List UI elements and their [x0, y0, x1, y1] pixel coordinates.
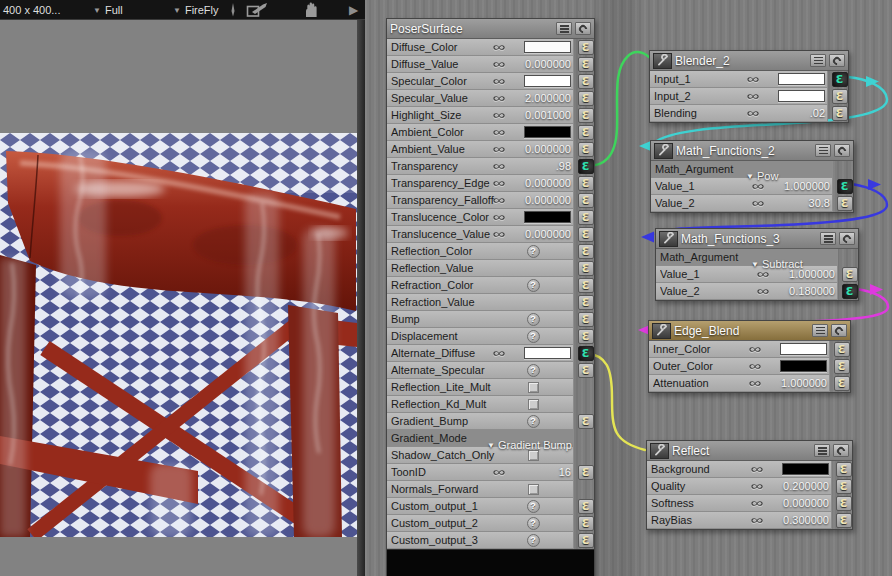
plug-icon[interactable]: Ɛ	[578, 346, 594, 361]
plug-icon[interactable]: Ɛ	[578, 278, 594, 293]
plug-icon[interactable]: Ɛ	[578, 108, 594, 123]
plug-icon[interactable]: Ɛ	[834, 359, 850, 374]
chain-link-icon[interactable]: ∞	[749, 344, 762, 354]
question-icon[interactable]: ?	[527, 245, 540, 258]
plug-icon[interactable]: Ɛ	[832, 72, 848, 87]
node-header[interactable]: PoserSurface	[387, 19, 594, 39]
node-menu-button[interactable]	[820, 232, 836, 245]
chain-link-icon[interactable]: ∞	[493, 161, 506, 171]
plug-icon[interactable]: Ɛ	[836, 513, 852, 528]
plug-icon[interactable]: Ɛ	[578, 261, 594, 276]
node-header[interactable]: Math_Functions_2	[651, 141, 853, 161]
color-swatch[interactable]	[778, 73, 825, 85]
view-dropdown[interactable]: ▼ Full	[93, 0, 123, 20]
plug-icon[interactable]: Ɛ	[578, 227, 594, 242]
node-preview-toggle-button[interactable]	[839, 232, 855, 245]
node-preview-toggle-button[interactable]	[575, 22, 591, 35]
param-dropdown[interactable]: ▼Pow	[746, 170, 778, 182]
param-value[interactable]: 0.000000	[783, 497, 829, 509]
chain-link-icon[interactable]: ∞	[747, 108, 760, 118]
param-value[interactable]: 0.000000	[525, 194, 571, 206]
chain-link-icon[interactable]: ∞	[493, 178, 506, 188]
chain-link-icon[interactable]: ∞	[752, 198, 765, 208]
color-swatch[interactable]	[524, 75, 571, 87]
node-math-functions-2[interactable]: Math_Functions_2Math_Argument▼PowValue_1…	[650, 140, 854, 213]
chain-link-icon[interactable]: ∞	[757, 269, 770, 279]
node-preview-area[interactable]	[387, 549, 594, 576]
chain-link-icon[interactable]: ∞	[757, 286, 770, 296]
checkbox[interactable]	[528, 399, 539, 410]
checkbox[interactable]	[528, 484, 539, 495]
chain-link-icon[interactable]: ∞	[747, 91, 760, 101]
resolution-label[interactable]: 400 x 400...	[3, 0, 61, 20]
param-value[interactable]: .02	[810, 107, 825, 119]
checkbox[interactable]	[528, 450, 539, 461]
question-icon[interactable]: ?	[527, 313, 540, 326]
node-header[interactable]: Edge_Blend	[649, 321, 850, 341]
plug-icon[interactable]: Ɛ	[837, 179, 853, 194]
plug-icon[interactable]: Ɛ	[832, 106, 848, 121]
plug-icon[interactable]: Ɛ	[578, 176, 594, 191]
color-swatch[interactable]	[778, 90, 825, 102]
chain-link-icon[interactable]: ∞	[493, 195, 506, 205]
plug-icon[interactable]: Ɛ	[578, 516, 594, 531]
plug-icon[interactable]: Ɛ	[578, 533, 594, 548]
plug-icon[interactable]: Ɛ	[578, 414, 594, 429]
node-posersurface[interactable]: PoserSurface Diffuse_Color∞ƐDiffuse_Valu…	[386, 18, 595, 576]
plug-icon[interactable]: Ɛ	[578, 312, 594, 327]
checkbox[interactable]	[528, 382, 539, 393]
color-swatch[interactable]	[782, 463, 829, 475]
chain-link-icon[interactable]: ∞	[751, 481, 764, 491]
plug-icon[interactable]: Ɛ	[578, 125, 594, 140]
plug-icon[interactable]: Ɛ	[578, 363, 594, 378]
plug-icon[interactable]: Ɛ	[578, 465, 594, 480]
color-swatch[interactable]	[524, 126, 571, 138]
node-menu-button[interactable]	[814, 444, 830, 457]
chain-link-icon[interactable]: ∞	[493, 212, 506, 222]
chain-link-icon[interactable]: ∞	[493, 229, 506, 239]
color-swatch[interactable]	[524, 347, 571, 359]
node-header[interactable]: Math_Functions_3	[656, 229, 858, 249]
node-menu-button[interactable]	[556, 22, 572, 35]
renderer-dropdown[interactable]: ▼ FireFly	[173, 0, 219, 20]
node-reflect[interactable]: ReflectBackground∞ƐQuality∞0.200000ƐSoft…	[646, 440, 853, 530]
expand-arrow-icon[interactable]: ▶	[349, 0, 358, 20]
param-value[interactable]: 30.8	[809, 197, 830, 209]
node-preview-toggle-button[interactable]	[834, 144, 850, 157]
chain-link-icon[interactable]: ∞	[493, 467, 506, 477]
param-value[interactable]: 0.001000	[525, 109, 571, 121]
color-swatch[interactable]	[780, 360, 827, 372]
chain-link-icon[interactable]: ∞	[493, 144, 506, 154]
chain-link-icon[interactable]: ∞	[493, 127, 506, 137]
node-preview-toggle-button[interactable]	[829, 54, 845, 67]
color-swatch[interactable]	[780, 343, 827, 355]
chain-link-icon[interactable]: ∞	[493, 42, 506, 52]
question-icon[interactable]: ?	[527, 415, 540, 428]
color-swatch[interactable]	[524, 41, 571, 53]
chain-link-icon[interactable]: ∞	[493, 59, 506, 69]
plug-icon[interactable]: Ɛ	[836, 462, 852, 477]
brush-icon[interactable]	[229, 0, 237, 20]
param-value[interactable]: 2.000000	[525, 92, 571, 104]
param-value[interactable]: 0.300000	[783, 514, 829, 526]
plug-icon[interactable]: Ɛ	[578, 499, 594, 514]
question-icon[interactable]: ?	[527, 279, 540, 292]
chain-link-icon[interactable]: ∞	[747, 74, 760, 84]
question-icon[interactable]: ?	[527, 330, 540, 343]
plug-icon[interactable]: Ɛ	[578, 210, 594, 225]
chain-link-icon[interactable]: ∞	[751, 464, 764, 474]
param-value[interactable]: 1.000000	[784, 180, 830, 192]
plug-icon[interactable]: Ɛ	[578, 142, 594, 157]
chain-link-icon[interactable]: ∞	[749, 378, 762, 388]
chain-link-icon[interactable]: ∞	[752, 181, 765, 191]
plug-icon[interactable]: Ɛ	[842, 284, 858, 299]
node-math-functions-3[interactable]: Math_Functions_3Math_Argument▼SubtractVa…	[655, 228, 859, 301]
node-preview-toggle-button[interactable]	[833, 444, 849, 457]
plug-icon[interactable]: Ɛ	[842, 267, 858, 282]
param-value[interactable]: 0.180000	[789, 285, 835, 297]
param-value[interactable]: 0.000000	[525, 58, 571, 70]
param-value[interactable]: 0.000000	[525, 228, 571, 240]
chain-link-icon[interactable]: ∞	[493, 93, 506, 103]
param-value[interactable]: 0.000000	[525, 143, 571, 155]
chain-link-icon[interactable]: ∞	[751, 498, 764, 508]
